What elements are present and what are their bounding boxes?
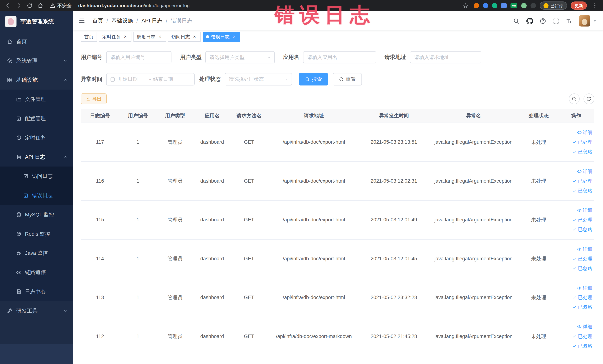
sidebar-item-mysql-monitor[interactable]: MySQL 监控 <box>0 205 73 224</box>
detail-link[interactable]: 详细 <box>560 283 592 293</box>
detail-link[interactable]: 详细 <box>560 322 592 332</box>
avatar <box>579 15 590 26</box>
export-button[interactable]: 导出 <box>81 94 107 104</box>
sidebar-item-error-log[interactable]: 错误日志 <box>0 186 73 205</box>
header-search-button[interactable] <box>513 17 520 24</box>
sidebar-item-java-monitor[interactable]: Java 监控 <box>0 244 73 263</box>
sidebar-item-redis-monitor[interactable]: Redis 监控 <box>0 224 73 244</box>
sidebar-bottom-panel <box>0 344 73 364</box>
extension-icon[interactable] <box>531 3 536 8</box>
extension-icon[interactable] <box>492 3 497 8</box>
process-status-cell: 未处理 <box>520 123 557 162</box>
mark-ignored-link[interactable]: 已忽略 <box>560 303 592 312</box>
sidebar-item-dev-tools[interactable]: 研发工具 <box>0 301 73 321</box>
browser-toolbar: 不安全 dashboard.yudao.iocoder.cn/infra/log… <box>0 0 603 11</box>
start-date-input[interactable] <box>118 76 147 82</box>
sidebar-item-log-center[interactable]: 日志中心 <box>0 282 73 301</box>
extension-icon[interactable] <box>501 3 507 8</box>
refresh-table-button[interactable] <box>583 94 594 104</box>
chevron-down-icon <box>63 309 68 313</box>
extension-icon[interactable] <box>521 3 527 8</box>
github-link[interactable] <box>526 17 533 24</box>
sidebar-toggle-button[interactable] <box>78 17 85 24</box>
sidebar-item-scheduled-tasks[interactable]: 定时任务 <box>0 128 73 147</box>
calendar-icon <box>110 77 115 82</box>
sidebar-item-config-management[interactable]: 配置管理 <box>0 109 73 128</box>
user-menu[interactable] <box>579 15 597 26</box>
tab-scheduled-tasks[interactable]: 定时任务× <box>99 32 131 42</box>
detail-link[interactable]: 详细 <box>560 128 592 137</box>
close-icon[interactable]: × <box>123 34 128 39</box>
sidebar-item-system-management[interactable]: 系统管理 <box>0 51 73 70</box>
user-id-cell: 1 <box>119 239 156 278</box>
breadcrumb-infrastructure[interactable]: 基础设施 <box>112 17 133 24</box>
security-chip[interactable]: 不安全 <box>50 2 72 9</box>
log-id-cell: 113 <box>81 278 119 317</box>
process-status-select[interactable] <box>225 73 292 85</box>
filter-user-id: 用户编号 <box>81 51 172 63</box>
extension-icon[interactable] <box>474 3 479 8</box>
tab-access-log[interactable]: 访问日志× <box>168 32 201 42</box>
bookmark-star-icon[interactable] <box>461 1 470 10</box>
mark-processed-link[interactable]: 已处理 <box>560 293 592 303</box>
font-size-button[interactable] <box>566 17 572 24</box>
toggle-search-button[interactable] <box>569 94 580 104</box>
table-header: 日志编号 用户编号 用户类型 应用名 请求方法名 请求地址 异常发生时间 异常名… <box>81 109 594 123</box>
browser-back-button[interactable] <box>4 1 12 10</box>
user-type-select[interactable] <box>205 51 275 63</box>
mark-ignored-link[interactable]: 已忽略 <box>560 186 592 195</box>
sidebar-item-trace[interactable]: 链路追踪 <box>0 263 73 282</box>
end-date-input[interactable] <box>153 76 182 82</box>
mark-processed-link[interactable]: 已处理 <box>560 215 592 225</box>
search-button[interactable]: 搜索 <box>299 73 328 85</box>
sidebar-item-infrastructure[interactable]: 基础设施 <box>0 70 73 90</box>
close-icon[interactable]: × <box>231 34 237 39</box>
close-icon[interactable]: × <box>192 34 197 39</box>
detail-link[interactable]: 详细 <box>560 244 592 254</box>
help-button[interactable] <box>540 17 546 24</box>
tab-home[interactable]: 首页 <box>81 32 97 42</box>
browser-update-button[interactable]: 更新 <box>571 1 587 10</box>
date-range-picker[interactable]: - <box>106 73 195 85</box>
mark-processed-link[interactable]: 已处理 <box>560 176 592 186</box>
sidebar-item-access-log[interactable]: 访问日志 <box>0 166 73 186</box>
browser-home-button[interactable] <box>36 1 45 10</box>
search-icon <box>571 96 577 102</box>
request-url-input[interactable] <box>410 51 481 63</box>
breadcrumb-api-logs[interactable]: API 日志 <box>141 17 162 24</box>
tab-dispatch-log[interactable]: 调度日志× <box>133 32 166 42</box>
mark-processed-link[interactable]: 已处理 <box>560 254 592 263</box>
fullscreen-button[interactable] <box>553 17 559 24</box>
address-bar[interactable]: 不安全 dashboard.yudao.iocoder.cn/infra/log… <box>50 2 459 9</box>
mark-ignored-link[interactable]: 已忽略 <box>560 225 592 234</box>
browser-menu-button[interactable] <box>591 1 599 10</box>
eye-icon <box>577 247 582 251</box>
extension-on-badge[interactable]: on <box>510 3 517 8</box>
mark-ignored-link[interactable]: 已忽略 <box>560 341 592 351</box>
browser-forward-button[interactable] <box>15 1 23 10</box>
close-icon[interactable]: × <box>157 34 162 39</box>
app-name-input[interactable] <box>303 51 376 63</box>
detail-link[interactable]: 详细 <box>560 205 592 215</box>
method-cell: GET <box>231 278 267 317</box>
user-id-input[interactable] <box>106 51 172 63</box>
reset-button[interactable]: 重置 <box>333 73 362 85</box>
sidebar-logo[interactable]: 芋道管理系统 <box>0 11 73 32</box>
browser-refresh-button[interactable] <box>25 1 34 10</box>
clock-icon <box>16 135 22 140</box>
request-url-cell: /api/infra/db-doc/export-html <box>267 200 360 239</box>
mark-processed-link[interactable]: 已处理 <box>560 137 592 147</box>
sidebar-item-api-logs[interactable]: API 日志 <box>0 147 73 167</box>
mark-ignored-link[interactable]: 已忽略 <box>560 263 592 273</box>
check-icon <box>572 334 577 339</box>
breadcrumb-home[interactable]: 首页 <box>92 17 103 24</box>
mark-ignored-link[interactable]: 已忽略 <box>560 147 592 157</box>
paused-badge[interactable]: 已暂停 <box>540 1 567 10</box>
tab-error-log[interactable]: 错误日志× <box>203 32 240 42</box>
sidebar-item-home[interactable]: 首页 <box>0 32 73 51</box>
mark-processed-link[interactable]: 已处理 <box>560 332 592 341</box>
check-icon <box>572 344 577 348</box>
detail-link[interactable]: 详细 <box>560 166 592 176</box>
sidebar-item-file-management[interactable]: 文件管理 <box>0 90 73 109</box>
extension-icon[interactable] <box>483 3 488 8</box>
